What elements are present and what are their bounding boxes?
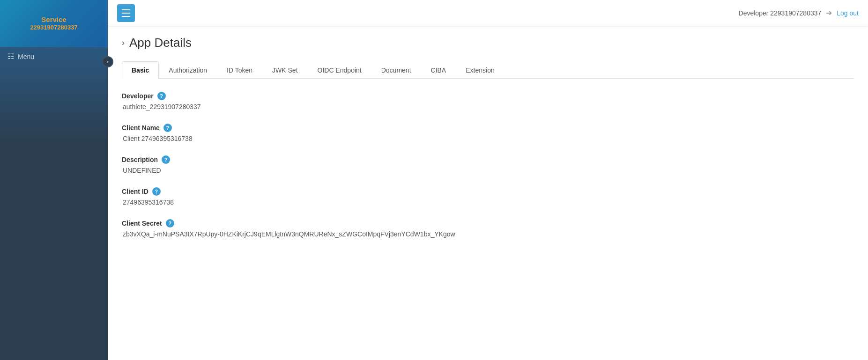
tab-jwk-set[interactable]: JWK Set (262, 61, 307, 79)
client-secret-help-icon[interactable]: ? (166, 219, 174, 228)
client-id-field-label: Client ID (122, 188, 148, 195)
client-secret-field-label: Client Secret (122, 220, 162, 227)
topbar-right: Developer 22931907280337 ➔ Log out (739, 8, 859, 17)
client-secret-field-value: zb3vXQa_i-mNuPSA3tX7RpUpy-0HZKiKrjCJ9qEM… (122, 230, 543, 238)
page-header: › App Details (122, 36, 854, 50)
sidebar-menu-item[interactable]: ☷ Menu (0, 47, 108, 66)
hamburger-line-1 (122, 9, 130, 10)
client-name-label-row: Client Name ? (122, 124, 543, 132)
page-title: App Details (129, 36, 192, 50)
breadcrumb-chevron-icon: › (122, 38, 125, 48)
client-secret-field-group: Client Secret ? zb3vXQa_i-mNuPSA3tX7RpUp… (122, 219, 543, 238)
description-label-row: Description ? (122, 155, 543, 164)
client-secret-label-row: Client Secret ? (122, 219, 543, 228)
hamburger-line-2 (122, 13, 130, 14)
client-id-label-row: Client ID ? (122, 187, 543, 196)
chevron-left-icon: ‹ (107, 59, 109, 65)
client-name-help-icon[interactable]: ? (163, 124, 172, 132)
developer-help-icon[interactable]: ? (157, 92, 166, 100)
grid-icon: ☷ (7, 52, 14, 61)
description-field-label: Description (122, 156, 158, 163)
developer-label-row: Developer ? (122, 92, 543, 100)
client-name-field-group: Client Name ? Client 27496395316738 (122, 124, 543, 142)
developer-field-group: Developer ? authlete_22931907280337 (122, 92, 543, 110)
sidebar-header: Service 22931907280337 (0, 0, 108, 47)
sidebar-service-label: Service (41, 15, 66, 24)
topbar-left (117, 4, 135, 22)
client-id-field-value: 27496395316738 (122, 198, 543, 206)
developer-field-label: Developer (122, 92, 154, 100)
description-field-value: UNDEFINED (122, 167, 543, 174)
client-id-field-group: Client ID ? 27496395316738 (122, 187, 543, 206)
main-content: Developer 22931907280337 ➔ Log out › App… (108, 0, 868, 360)
client-name-field-label: Client Name (122, 124, 160, 132)
sidebar: Service 22931907280337 ☷ Menu ‹ (0, 0, 108, 360)
description-field-group: Description ? UNDEFINED (122, 155, 543, 174)
description-help-icon[interactable]: ? (162, 155, 170, 164)
tab-oidc-endpoint[interactable]: OIDC Endpoint (308, 61, 371, 79)
developer-label: Developer 22931907280337 (739, 9, 822, 17)
logout-icon: ➔ (826, 8, 832, 17)
hamburger-line-3 (122, 16, 130, 17)
page-content: › App Details Basic Authorization ID Tok… (108, 26, 868, 360)
topbar: Developer 22931907280337 ➔ Log out (108, 0, 868, 26)
sidebar-service-id: 22931907280337 (30, 24, 77, 32)
sidebar-collapse-button[interactable]: ‹ (102, 56, 113, 67)
hamburger-button[interactable] (117, 4, 135, 22)
tab-id-token[interactable]: ID Token (217, 61, 262, 79)
tab-extension[interactable]: Extension (456, 61, 504, 79)
tabs-container: Basic Authorization ID Token JWK Set OID… (122, 61, 854, 79)
tab-authorization[interactable]: Authorization (159, 61, 217, 79)
client-id-help-icon[interactable]: ? (152, 187, 161, 196)
tab-ciba[interactable]: CIBA (421, 61, 456, 79)
client-name-field-value: Client 27496395316738 (122, 135, 543, 142)
sidebar-menu-label: Menu (18, 53, 34, 60)
logout-button[interactable]: Log out (837, 9, 859, 17)
tab-basic[interactable]: Basic (122, 61, 159, 79)
developer-field-value: authlete_22931907280337 (122, 103, 543, 110)
tab-document[interactable]: Document (371, 61, 421, 79)
